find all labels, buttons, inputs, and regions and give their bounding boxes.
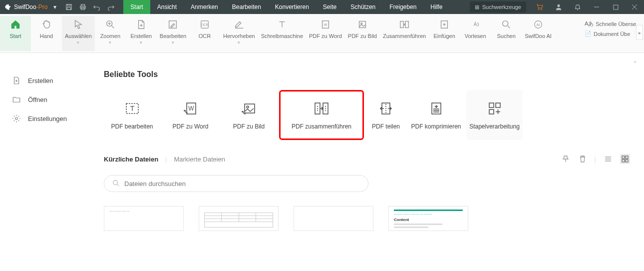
batch-icon bbox=[486, 100, 503, 117]
ribbon-label: PDF zu Word bbox=[309, 33, 342, 40]
swifdoo-logo-icon bbox=[4, 3, 12, 11]
svg-point-47 bbox=[247, 106, 249, 108]
ribbon-scroll-right[interactable]: ▸ bbox=[636, 25, 643, 40]
menu-start[interactable]: Start bbox=[123, 0, 150, 14]
svg-rect-60 bbox=[489, 110, 494, 114]
ribbon-ai[interactable]: AI SwifDoo AI bbox=[522, 16, 555, 51]
section-title-tools: Beliebte Tools bbox=[104, 70, 630, 79]
ribbon-hand[interactable]: Hand bbox=[31, 16, 62, 51]
ribbon-highlight[interactable]: Hervorheben▾ bbox=[220, 16, 258, 51]
ribbon-start[interactable]: Start bbox=[0, 16, 31, 51]
sidebar-open[interactable]: Öffnen bbox=[0, 90, 100, 109]
list-view-icon[interactable] bbox=[603, 154, 613, 164]
search-tools[interactable]: ⊞ Suchwerkzeuge bbox=[470, 2, 526, 12]
pin-icon[interactable] bbox=[561, 154, 571, 164]
ribbon-label: PDF zu Bild bbox=[348, 33, 377, 40]
tool-label: Stapelverarbeitung bbox=[469, 123, 520, 130]
tool-merge-pdf[interactable]: PDF zusammenführen bbox=[279, 90, 364, 140]
window-minimize[interactable] bbox=[587, 0, 606, 14]
ribbon-label: Auswählen bbox=[65, 33, 92, 40]
svg-point-8 bbox=[557, 4, 560, 7]
undo-icon[interactable] bbox=[90, 0, 103, 14]
body: Erstellen Öffnen Einstellungen Beliebte … bbox=[0, 58, 644, 271]
ribbon-to-img[interactable]: PDF zu Bild bbox=[345, 16, 380, 51]
svg-line-14 bbox=[112, 26, 114, 28]
sidebar-label: Einstellungen bbox=[28, 115, 67, 122]
file-search[interactable] bbox=[104, 175, 368, 192]
dropdown-toggle[interactable]: ▾ bbox=[48, 0, 61, 14]
tool-compress-pdf[interactable]: PDF komprimieren bbox=[408, 90, 464, 140]
tool-label: PDF zusammenführen bbox=[292, 123, 351, 130]
tool-batch[interactable]: Stapelverarbeitung bbox=[466, 90, 523, 140]
typewriter-icon bbox=[276, 18, 289, 31]
trash-icon[interactable] bbox=[578, 154, 588, 164]
ribbon-label: Vorlesen bbox=[465, 33, 486, 40]
tool-to-image[interactable]: PDF zu Bild bbox=[221, 90, 277, 140]
user-icon[interactable] bbox=[549, 0, 568, 14]
bell-icon[interactable] bbox=[568, 0, 587, 14]
menu-schuetzen[interactable]: Schützen bbox=[343, 0, 382, 14]
doc-translate-button[interactable]: 📄Dokument Übe bbox=[582, 30, 639, 38]
svg-rect-59 bbox=[496, 103, 500, 108]
ribbon-edit[interactable]: Bearbeiten▾ bbox=[157, 16, 189, 51]
file-thumb[interactable]: ––– ––––– ––– –– bbox=[104, 206, 184, 231]
svg-text:AI: AI bbox=[537, 22, 540, 27]
svg-text:W: W bbox=[323, 22, 327, 27]
ribbon-create[interactable]: Erstellen▾ bbox=[126, 16, 157, 51]
menu-freigeben[interactable]: Freigeben bbox=[382, 0, 423, 14]
menu-konvertieren[interactable]: Konvertieren bbox=[268, 0, 316, 14]
app-logo: SwifDoo-Pro bbox=[4, 3, 47, 11]
to-word-icon: W bbox=[182, 100, 199, 117]
gear-icon bbox=[12, 114, 21, 123]
file-thumb[interactable]: ––––– –––– ––––– –– ––––– Content bbox=[388, 206, 468, 231]
hand-icon bbox=[40, 18, 53, 31]
ribbon-label: Schreibmaschine bbox=[261, 33, 303, 40]
tool-split-pdf[interactable]: PDF teilen bbox=[366, 90, 406, 140]
ribbon-label: OCR bbox=[199, 33, 211, 40]
file-thumb[interactable] bbox=[294, 206, 373, 231]
tool-to-word[interactable]: W PDF zu Word bbox=[162, 90, 219, 140]
insert-icon bbox=[438, 18, 451, 31]
sidebar-label: Erstellen bbox=[28, 77, 53, 84]
window-maximize[interactable] bbox=[606, 0, 625, 14]
search-icon bbox=[112, 180, 119, 188]
tool-edit-pdf[interactable]: T PDF bearbeiten bbox=[104, 90, 160, 140]
file-search-input[interactable] bbox=[124, 180, 360, 188]
menu-hilfe[interactable]: Hilfe bbox=[423, 0, 449, 14]
ribbon-label: SwifDoo AI bbox=[525, 33, 552, 40]
tab-recent-files[interactable]: Kürzliche Dateien bbox=[104, 156, 158, 163]
grid-view-icon[interactable] bbox=[620, 154, 630, 164]
ribbon-collapse[interactable]: ⌃ bbox=[633, 60, 637, 66]
file-thumbnails: ––– ––––– ––– –– ––––– –––– ––––– –– ––– bbox=[104, 206, 630, 231]
ribbon-typewriter[interactable]: Schreibmaschine bbox=[258, 16, 306, 51]
ribbon-read[interactable]: A Vorlesen bbox=[460, 16, 491, 51]
ribbon-label: Schnelle Überse bbox=[596, 21, 636, 27]
ribbon-label: Bearbeiten bbox=[160, 33, 186, 40]
menu-bearbeiten[interactable]: Bearbeiten bbox=[225, 0, 268, 14]
menu-ansicht[interactable]: Ansicht bbox=[150, 0, 184, 14]
save-icon[interactable] bbox=[62, 0, 75, 14]
translate-icon: Aあ bbox=[585, 20, 594, 28]
redo-icon[interactable] bbox=[104, 0, 117, 14]
svg-line-36 bbox=[508, 26, 510, 28]
svg-text:W: W bbox=[188, 105, 194, 112]
print-icon[interactable] bbox=[76, 0, 89, 14]
ribbon-zoom[interactable]: Zoomen▾ bbox=[95, 16, 126, 51]
sidebar-settings[interactable]: Einstellungen bbox=[0, 109, 100, 128]
quick-translate-button[interactable]: AあSchnelle Überse bbox=[582, 19, 639, 28]
menu-anmerken[interactable]: Anmerken bbox=[184, 0, 225, 14]
ocr-icon: OCR bbox=[198, 18, 211, 31]
ribbon-select[interactable]: Auswählen▾ bbox=[62, 16, 95, 51]
ribbon-search[interactable]: Suchen bbox=[491, 16, 522, 51]
file-thumb[interactable] bbox=[199, 206, 279, 231]
ribbon-to-word[interactable]: W PDF zu Word bbox=[306, 16, 345, 51]
files-tabs: Kürzliche Dateien | Markierte Dateien | bbox=[104, 154, 630, 164]
ribbon-insert[interactable]: Einfügen bbox=[429, 16, 460, 51]
tab-marked-files[interactable]: Markierte Dateien bbox=[174, 156, 225, 163]
ribbon-ocr[interactable]: OCR OCR bbox=[189, 16, 220, 51]
menu-seite[interactable]: Seite bbox=[316, 0, 343, 14]
cart-icon[interactable] bbox=[530, 0, 549, 14]
sidebar-create[interactable]: Erstellen bbox=[0, 71, 100, 90]
window-close[interactable] bbox=[625, 0, 644, 14]
ribbon-merge[interactable]: Zusammenführen bbox=[380, 16, 429, 51]
